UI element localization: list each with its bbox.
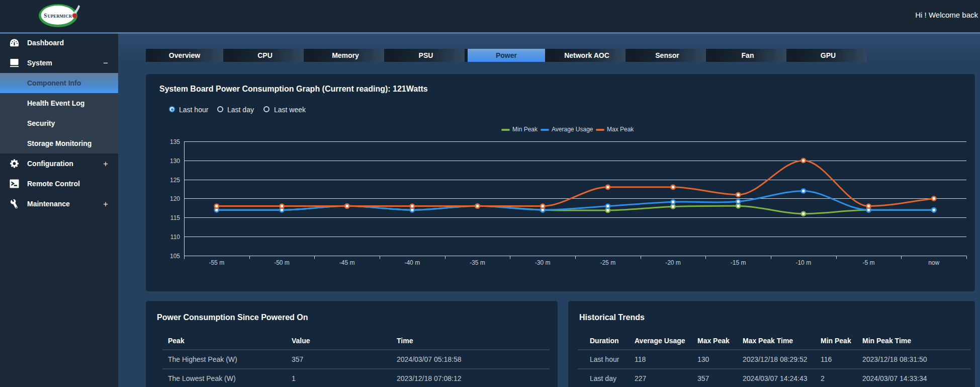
svg-text:120: 120: [170, 195, 180, 202]
svg-text:-25 m: -25 m: [600, 259, 615, 266]
svg-text:-50 m: -50 m: [274, 259, 290, 266]
svg-text:125: 125: [170, 177, 180, 184]
svg-text:UPERMICR: UPERMICR: [48, 14, 72, 19]
svg-text:135: 135: [170, 138, 180, 145]
svg-text:now: now: [928, 259, 939, 266]
svg-text:-30 m: -30 m: [535, 259, 551, 266]
svg-text:S: S: [44, 13, 47, 19]
svg-text:105: 105: [170, 253, 180, 260]
svg-text:-10 m: -10 m: [795, 259, 811, 266]
svg-text:-45 m: -45 m: [339, 259, 355, 266]
svg-text:110: 110: [170, 234, 180, 241]
svg-text:-20 m: -20 m: [665, 259, 681, 266]
svg-text:-15 m: -15 m: [731, 259, 746, 266]
svg-text:-35 m: -35 m: [470, 259, 485, 266]
svg-text:115: 115: [170, 214, 180, 221]
svg-text:-5 m: -5 m: [863, 259, 875, 266]
svg-text:130: 130: [170, 158, 180, 165]
svg-text:-55 m: -55 m: [209, 259, 224, 266]
svg-text:-40 m: -40 m: [404, 259, 420, 266]
